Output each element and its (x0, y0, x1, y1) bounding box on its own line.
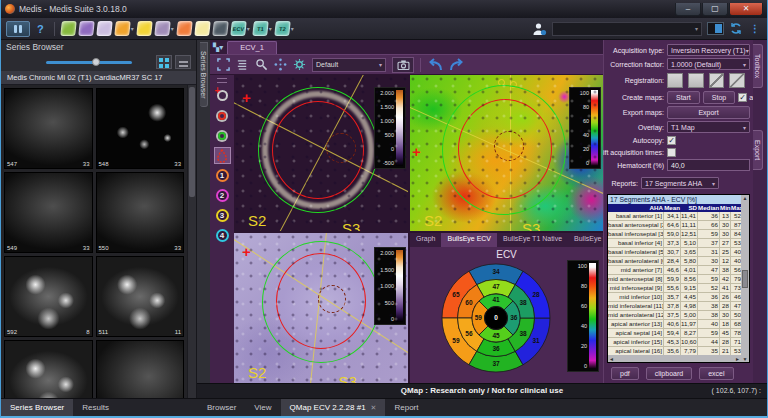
point-1-button[interactable]: 1 (214, 167, 231, 184)
reports-combo[interactable]: 17 Segments AHA▾ (641, 177, 719, 189)
bullseye-tab-bullseye-t1-native[interactable]: BullsEye T1 Native (497, 233, 568, 247)
app-tab-view[interactable]: View (245, 399, 280, 416)
close-button[interactable]: ✕ (729, 3, 763, 16)
footer-tab-series-browser[interactable]: Series Browser (1, 399, 73, 416)
layout-button[interactable] (707, 22, 724, 35)
tab-ecv-1[interactable]: ECV_1 (227, 41, 277, 54)
app-orange-icon[interactable] (177, 21, 192, 36)
pan-icon[interactable] (274, 58, 287, 71)
app-t1-icon[interactable]: T1▾ (253, 21, 272, 36)
app-ecv-icon[interactable]: ECV▾ (231, 21, 250, 36)
viewport-t1-map[interactable]: + S2 S3 2.0001.5001.0005000-500 (234, 75, 408, 231)
acquisition-type-combo[interactable]: Inversion Recovery (T1)▾ (667, 44, 750, 56)
start-button[interactable]: Start (667, 91, 700, 104)
table-row[interactable]: basal inferoseptal [3]59,012,51593084 (608, 230, 741, 239)
registration-deformable-button[interactable] (729, 73, 745, 88)
epi-contour-tool-button[interactable] (214, 127, 231, 144)
grid-view-button[interactable] (156, 55, 172, 69)
dropdown-caret-icon[interactable]: ▾ (171, 25, 174, 32)
dropdown-caret-icon[interactable]: ▾ (131, 25, 134, 32)
shift-acquisition-checkbox[interactable] (667, 148, 676, 157)
app-qstrain-icon[interactable] (97, 21, 112, 36)
thumbnail-size-slider[interactable] (46, 61, 132, 64)
settings-gear-icon[interactable] (293, 58, 306, 71)
patient-tab[interactable]: Medis Chronic MI 02 (T1) CardiacMR37 SC … (1, 71, 196, 85)
app-grayviolet-icon[interactable]: ▾ (155, 21, 174, 36)
series-thumbnail[interactable]: 51333 (96, 340, 185, 398)
app-tab-report[interactable]: Report (385, 399, 427, 416)
sync-button[interactable] (729, 22, 743, 35)
table-row[interactable]: basal inferolateral [5]30,73,65312540 (608, 248, 741, 257)
table-row[interactable]: mid inferoseptal [9]55,69,15524173 (608, 284, 741, 293)
series-thumbnail[interactable]: 54933 (4, 172, 93, 253)
stack-icon[interactable] (236, 58, 249, 71)
app-amber-icon[interactable]: ▾ (115, 21, 134, 36)
table-row[interactable]: mid anteroseptal [8]59,98,56594279 (608, 275, 741, 284)
table-row[interactable]: mid inferior [10]35,74,45362646 (608, 293, 741, 302)
patient-search-combo[interactable]: ▾ (552, 22, 702, 36)
series-thumbnail[interactable]: 55033 (96, 172, 185, 253)
stop-button[interactable]: Stop (703, 91, 735, 104)
table-row[interactable]: apical lateral [16]35,67,79352153 (608, 347, 741, 355)
bullseye-tab-bullseye-t1-post[interactable]: BullsEye T1 Post (568, 233, 603, 247)
dropdown-caret-icon[interactable]: ▾ (269, 25, 272, 32)
overlay-combo[interactable]: T1 Map▾ (667, 121, 750, 133)
tab-close-icon[interactable]: ✕ (371, 404, 377, 411)
vertical-tab-export[interactable]: Export (753, 130, 763, 170)
point-4-button[interactable]: 4 (214, 227, 231, 244)
table-row[interactable]: basal anterior [1]34,111,41361352 (608, 212, 741, 221)
excel-export-button[interactable]: excel (699, 367, 733, 380)
table-row[interactable]: mid anterolateral [12]37,55,00383050 (608, 311, 741, 320)
dropdown-caret-icon[interactable]: ▾ (291, 25, 294, 32)
fit-to-view-icon[interactable] (217, 58, 230, 71)
registration-affine-button[interactable] (709, 73, 725, 88)
table-row[interactable]: basal anteroseptal [2]64,611,11663087 (608, 221, 741, 230)
overflow-menu-button[interactable]: ⋮ (748, 23, 762, 34)
user-admin-icon[interactable] (532, 22, 547, 36)
viewport-t1-post[interactable]: + S2 S3 2.0001.5001.0005000 (234, 233, 408, 383)
app-tab-browser[interactable]: Browser (198, 399, 245, 416)
thumbnail-scrollbar[interactable] (187, 85, 196, 398)
apps-menu-button[interactable] (6, 21, 30, 37)
maximize-button[interactable]: ▢ (702, 3, 728, 16)
hematocrit-input[interactable]: 40,0 (667, 159, 750, 171)
table-row[interactable]: apical septal [14]59,48,27594578 (608, 329, 741, 338)
blood-pool-tool-button[interactable] (214, 147, 231, 164)
table-row[interactable]: mid anterior [7]46,64,01473856 (608, 266, 741, 275)
series-thumbnail[interactable]: 54833 (96, 88, 185, 169)
endo-contour-tool-button[interactable] (214, 107, 231, 124)
registration-rigid-button[interactable] (688, 73, 704, 88)
app-tab-qmap-ecv-2-2-28-1[interactable]: QMap ECV 2.2.28 #1✕ (281, 399, 386, 416)
bullseye-tab-bullseye-ecv[interactable]: BullsEye ECV (441, 233, 497, 247)
view-list-icon[interactable]: ▚▾ (213, 42, 223, 54)
table-row[interactable]: apical inferior [15]45,310,60442871 (608, 338, 741, 347)
series-thumbnail[interactable]: 5121 (4, 340, 93, 398)
correction-factor-combo[interactable]: 1.0000 (Default)▾ (667, 58, 750, 70)
magnifier-icon[interactable] (255, 58, 268, 71)
table-row[interactable]: apical anterior [13]40,611,97401868 (608, 320, 741, 329)
minimize-button[interactable]: – (675, 3, 701, 16)
preset-combo[interactable]: Default▾ (312, 58, 386, 72)
pdf-export-button[interactable]: pdf (611, 367, 639, 380)
viewport-t1-native[interactable]: + S2 S3 100806040200 (410, 75, 603, 231)
app-qflow-icon[interactable] (79, 21, 94, 36)
help-button[interactable]: ? (37, 23, 44, 35)
dropdown-caret-icon[interactable]: ▾ (247, 25, 250, 32)
app-t2-icon[interactable]: T2▾ (275, 21, 294, 36)
export-maps-button[interactable]: Export (667, 106, 750, 119)
app-yellow-icon[interactable] (137, 21, 152, 36)
snapshot-camera-icon[interactable] (392, 57, 414, 73)
bullseye-tab-graph[interactable]: Graph (410, 233, 441, 247)
vertical-tab-toolbox[interactable]: Toolbox (753, 44, 763, 88)
table-row[interactable]: basal anterolateral [6]28,45,80301240 (608, 257, 741, 266)
registration-none-button[interactable] (667, 73, 683, 88)
redo-icon[interactable] (449, 58, 465, 71)
clipboard-export-button[interactable]: clipboard (646, 367, 692, 380)
tool-strip-handle[interactable] (217, 78, 227, 83)
series-thumbnail[interactable]: 54733 (4, 88, 93, 169)
app-export-icon[interactable] (213, 21, 228, 36)
series-thumbnail[interactable]: 5928 (4, 256, 93, 337)
table-row[interactable]: mid inferolateral [11]37,84,98382847 (608, 302, 741, 311)
roi-cross-tool-button[interactable]: + (214, 87, 231, 104)
footer-tab-results[interactable]: Results (73, 399, 118, 416)
